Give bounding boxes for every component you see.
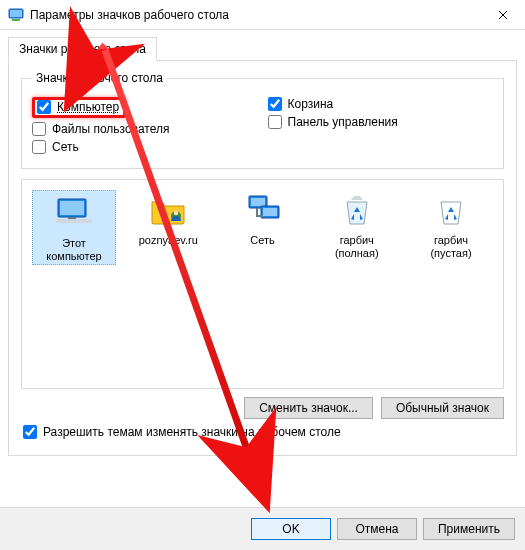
checkbox-control-panel[interactable] <box>268 115 282 129</box>
svg-rect-1 <box>10 10 22 17</box>
checkbox-network[interactable] <box>32 140 46 154</box>
icon-this-pc-label: Этот компьютер <box>35 237 113 262</box>
change-icon-button[interactable]: Сменить значок... <box>244 397 373 419</box>
network-icon <box>243 190 283 230</box>
icon-preview-panel: Этот компьютер poznyaev.ru <box>21 179 504 389</box>
folder-user-icon <box>148 190 188 230</box>
icon-recycle-empty-label: гарбич (пустая) <box>409 234 493 259</box>
icon-recycle-empty[interactable]: гарбич (пустая) <box>409 190 493 265</box>
checkbox-allow-themes-label: Разрешить темам изменять значки на рабоч… <box>43 425 341 439</box>
apply-button[interactable]: Применить <box>423 518 515 540</box>
icon-network-label: Сеть <box>221 234 305 247</box>
dialog-button-bar: OK Отмена Применить <box>0 507 525 550</box>
desktop-icons-group: Значки рабочего стола Компьютер Файлы по… <box>21 71 504 169</box>
recycle-full-icon <box>337 190 377 230</box>
icon-user-folder[interactable]: poznyaev.ru <box>126 190 210 265</box>
checkbox-allow-themes[interactable] <box>23 425 37 439</box>
titlebar: Параметры значков рабочего стола <box>0 0 525 30</box>
themes-check-row: Разрешить темам изменять значки на рабоч… <box>23 425 504 439</box>
svg-rect-5 <box>56 219 92 223</box>
icon-network[interactable]: Сеть <box>221 190 305 265</box>
icon-this-pc[interactable]: Этот компьютер <box>32 190 116 265</box>
svg-rect-2 <box>12 19 20 21</box>
recycle-empty-icon <box>431 190 471 230</box>
highlight-computer: Компьютер <box>32 97 126 118</box>
group-legend: Значки рабочего стола <box>32 71 167 85</box>
icon-user-folder-label: poznyaev.ru <box>126 234 210 247</box>
icon-buttons-row: Сменить значок... Обычный значок <box>21 397 504 419</box>
default-icon-button[interactable]: Обычный значок <box>381 397 504 419</box>
cancel-button[interactable]: Отмена <box>337 518 417 540</box>
window-title: Параметры значков рабочего стола <box>30 8 480 22</box>
svg-rect-12 <box>263 208 277 216</box>
svg-rect-4 <box>60 201 84 215</box>
svg-point-8 <box>174 211 179 216</box>
checkbox-recycle[interactable] <box>268 97 282 111</box>
close-button[interactable] <box>480 0 525 30</box>
checkbox-computer[interactable] <box>37 100 51 114</box>
checkbox-control-panel-label: Панель управления <box>288 115 398 129</box>
checkbox-userfiles[interactable] <box>32 122 46 136</box>
ok-button[interactable]: OK <box>251 518 331 540</box>
app-icon <box>8 7 24 23</box>
computer-icon <box>54 193 94 233</box>
tab-panel: Значки рабочего стола Компьютер Файлы по… <box>8 60 517 456</box>
checkbox-recycle-label: Корзина <box>288 97 334 111</box>
svg-rect-10 <box>251 198 265 206</box>
svg-rect-6 <box>68 217 76 219</box>
checkbox-network-label: Сеть <box>52 140 79 154</box>
checkbox-userfiles-label: Файлы пользователя <box>52 122 169 136</box>
tabs-bar: Значки рабочего стола <box>8 37 517 61</box>
icon-recycle-full[interactable]: гарбич (полная) <box>315 190 399 265</box>
checkbox-computer-label: Компьютер <box>57 100 119 114</box>
icon-recycle-full-label: гарбич (полная) <box>315 234 399 259</box>
tab-desktop-icons[interactable]: Значки рабочего стола <box>8 37 157 61</box>
